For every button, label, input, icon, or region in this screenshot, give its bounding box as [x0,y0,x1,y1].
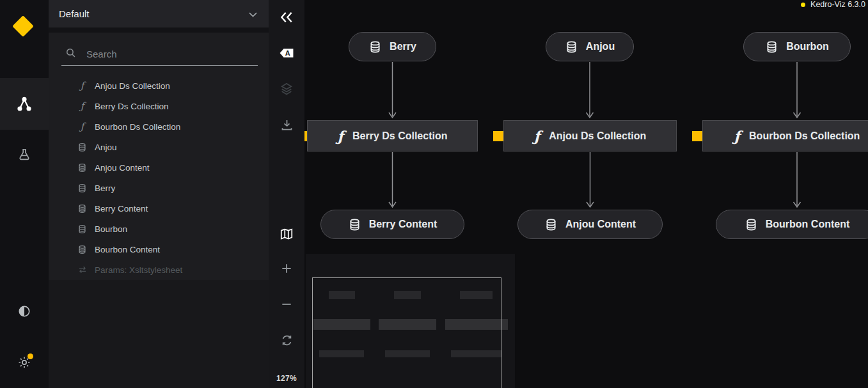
toggle-labels-button[interactable]: A [269,42,304,67]
collapse-sidebar-button[interactable] [269,6,304,31]
graph-node-label: Bourbon Ds Collection [749,130,860,142]
node-list-item[interactable]: ƒBerry Ds Collection [49,96,269,116]
search-icon [61,47,76,61]
zoom-in-button[interactable] [269,257,304,283]
node-list-label: Params: Xsltstylesheet [95,265,182,275]
graph-node-label: Anjou Ds Collection [549,130,646,142]
node-list-label: Anjou [95,143,117,152]
search-input[interactable] [85,48,241,60]
status-dot [801,3,805,7]
svg-text:A: A [285,49,290,57]
database-icon [77,162,88,173]
collapse-sidebar-icon [280,12,294,26]
database-icon [765,40,778,54]
zoom-level-label: 127% [269,374,304,383]
chevron-down-icon [249,8,257,20]
settings-button[interactable] [0,350,49,375]
node-list-item[interactable]: ƒBourbon Ds Collection [49,116,269,137]
minimap-icon [280,227,294,244]
parameters-icon [77,265,88,275]
pipeline-selector-value: Default [59,8,90,19]
function-icon: ƒ [77,81,88,91]
pipeline-selector[interactable]: Default [49,0,269,27]
graph-node-task[interactable]: ƒAnjou Ds Collection [503,120,677,151]
graph-node-label: Bourbon [786,41,829,52]
search-field [61,42,258,66]
node-list-item[interactable]: Params: Xsltstylesheet [49,260,269,280]
graph-node-label: Berry [390,41,416,52]
nav-experiments[interactable] [0,142,49,167]
node-list-label: Bourbon Ds Collection [95,122,180,132]
modular-pipeline-marker [493,131,503,141]
export-button[interactable] [269,113,304,139]
version-label: Kedro-Viz 6.3.0 [810,0,865,9]
node-list-label: Bourbon Content [95,245,160,254]
node-list-label: Berry Ds Collection [95,102,169,111]
graph-node-dataset[interactable]: Bourbon [743,32,851,61]
flowchart-canvas[interactable]: BerryƒBerry Ds CollectionBerry ContentAn… [304,0,868,388]
graph-node-label: Bourbon Content [766,219,850,230]
node-list-label: Anjou Content [95,163,150,173]
graph-node-task[interactable]: ƒBourbon Ds Collection [702,120,868,151]
version-badge: Kedro-Viz 6.3.0 [801,0,865,9]
minimap[interactable] [306,254,515,388]
kedro-logo [12,15,34,37]
graph-node-dataset[interactable]: Anjou Content [517,210,663,239]
node-list-label: Berry [95,183,115,193]
database-icon [77,183,88,194]
graph-node-dataset[interactable]: Bourbon Content [716,210,868,239]
theme-toggle[interactable] [0,299,49,324]
graph-node-dataset[interactable]: Berry Content [320,210,464,239]
reset-zoom-button[interactable] [269,329,304,354]
modular-pipeline-marker [304,131,307,141]
notification-dot [28,353,33,359]
database-icon [77,244,88,255]
graph-node-label: Berry Content [369,219,438,230]
pipeline-icon [16,96,33,113]
graph-node-dataset[interactable]: Berry [349,32,436,61]
node-list-item[interactable]: Anjou Content [49,157,269,178]
function-icon: ƒ [734,129,740,143]
reset-zoom-icon [280,334,294,350]
zoom-out-button[interactable] [269,293,304,318]
modular-pipeline-marker [692,131,702,141]
graph-node-label: Berry Ds Collection [352,130,447,142]
node-list-item[interactable]: Anjou [49,137,269,157]
node-list-item[interactable]: Berry [49,178,269,198]
theme-toggle-icon [17,304,31,318]
database-icon [77,142,88,153]
experiment-icon [17,148,31,162]
nav-flowchart[interactable] [0,78,49,130]
database-icon [745,218,758,231]
layers-icon [280,82,294,98]
pipeline-panel: Default ƒAnjou Ds CollectionƒBerry Ds Co… [49,0,269,388]
function-icon: ƒ [338,129,343,143]
global-sidebar [0,0,49,388]
database-icon [77,203,88,214]
database-icon [348,218,361,231]
minimap-viewport[interactable] [312,277,501,388]
filters-section: Element types Datasets6Parameters1 Tags [49,280,269,388]
function-icon: ƒ [534,129,540,143]
node-list-label: Anjou Ds Collection [95,81,170,91]
node-list-item[interactable]: Berry Content [49,198,269,219]
graph-node-label: Anjou Content [565,219,636,230]
graph-node-label: Anjou [586,41,615,52]
node-list-item[interactable]: Bourbon [49,219,269,239]
node-list-label: Bourbon [95,224,127,234]
node-list-item[interactable]: Bourbon Content [49,239,269,260]
graph-node-task[interactable]: ƒBerry Ds Collection [307,120,478,151]
toggle-labels-icon: A [279,47,294,62]
minimap-toggle-button[interactable] [269,222,304,248]
database-icon [77,224,88,235]
graph-node-dataset[interactable]: Anjou [546,32,634,61]
node-list-item[interactable]: ƒAnjou Ds Collection [49,75,269,96]
settings-icon [17,355,31,369]
export-icon [280,118,294,134]
node-list: ƒAnjou Ds CollectionƒBerry Ds Collection… [49,75,269,280]
database-icon [565,40,578,54]
layers-button[interactable] [269,77,304,103]
panel-divider [49,27,269,33]
node-list-label: Berry Content [95,204,148,213]
canvas-toolbar: A [269,0,304,388]
